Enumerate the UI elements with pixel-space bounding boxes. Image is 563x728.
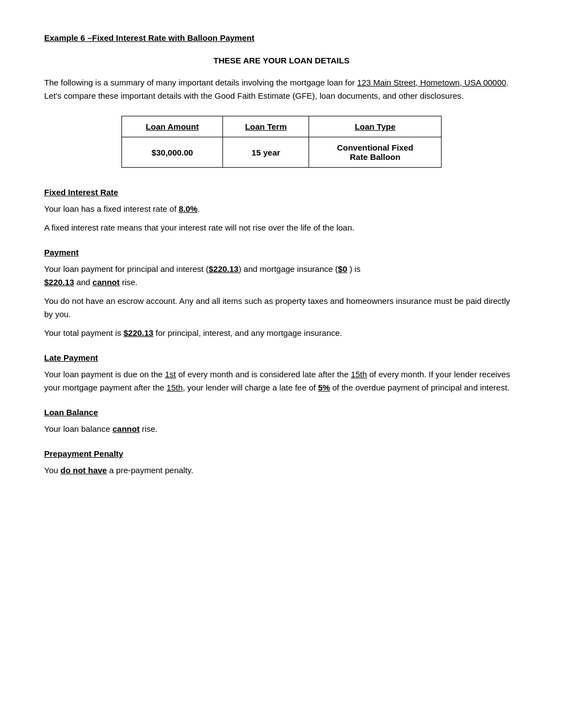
intro-address: 123 Main Street, Hometown, USA 00000: [357, 78, 506, 87]
section-prepayment: Prepayment Penalty You do not have a pre…: [44, 449, 519, 477]
loan-balance-heading: Loan Balance: [44, 408, 519, 417]
prepayment-heading: Prepayment Penalty: [44, 449, 519, 458]
col2-header: Loan Term: [223, 116, 309, 137]
payment-para2: You do not have an escrow account. Any a…: [44, 295, 519, 321]
intro-paragraph: The following is a summary of many impor…: [44, 76, 519, 103]
fixed-rate-para1: Your loan has a fixed interest rate of 8…: [44, 202, 519, 216]
section-fixed-rate: Fixed Interest Rate Your loan has a fixe…: [44, 188, 519, 234]
prepayment-para1: You do not have a pre-payment penalty.: [44, 464, 519, 477]
loan-table: Loan Amount Loan Term Loan Type $30,000.…: [121, 116, 442, 168]
late-payment-heading: Late Payment: [44, 353, 519, 362]
section-loan-balance: Loan Balance Your loan balance cannot ri…: [44, 408, 519, 436]
fixed-rate-para2: A fixed interest rate means that your in…: [44, 221, 519, 234]
section-payment: Payment Your loan payment for principal …: [44, 248, 519, 340]
loan-details-heading: THESE ARE YOUR LOAN DETAILS: [44, 56, 519, 65]
loan-balance-para1: Your loan balance cannot rise.: [44, 422, 519, 436]
col3-value: Conventional Fixed Rate Balloon: [309, 137, 442, 168]
col1-value: $30,000.00: [122, 137, 223, 168]
fixed-rate-heading: Fixed Interest Rate: [44, 188, 519, 197]
col3-header: Loan Type: [309, 116, 442, 137]
payment-heading: Payment: [44, 248, 519, 257]
intro-text-1: The following is a summary of many impor…: [44, 78, 355, 87]
section-late-payment: Late Payment Your loan payment is due on…: [44, 353, 519, 394]
col2-value: 15 year: [223, 137, 309, 168]
col1-header: Loan Amount: [122, 116, 223, 137]
example-title: Example 6 –Fixed Interest Rate with Ball…: [44, 33, 519, 42]
late-payment-para1: Your loan payment is due on the 1st of e…: [44, 368, 519, 394]
payment-para3: Your total payment is $220.13 for princi…: [44, 326, 519, 340]
payment-para1: Your loan payment for principal and inte…: [44, 263, 519, 289]
